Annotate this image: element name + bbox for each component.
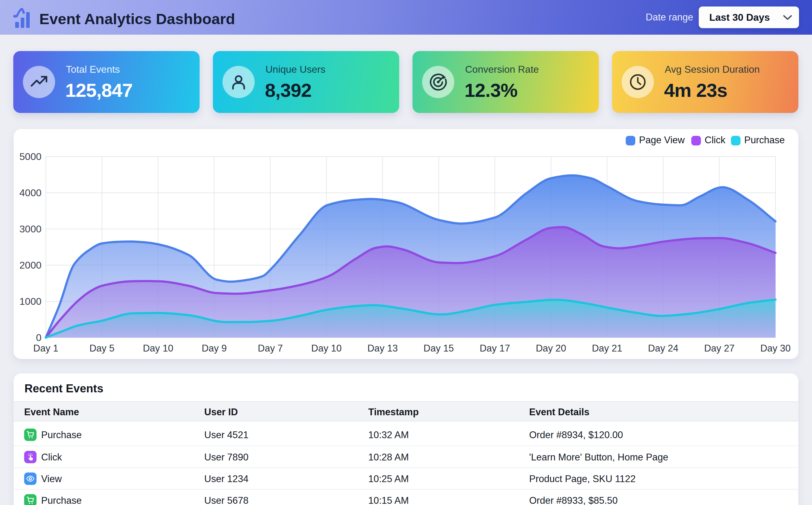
svg-text:5000: 5000 [19,151,41,162]
svg-text:Page View: Page View [639,135,685,145]
svg-text:Purchase: Purchase [744,135,785,145]
svg-text:Day 9: Day 9 [202,343,227,354]
svg-text:Day 5: Day 5 [90,343,115,354]
svg-text:Day 20: Day 20 [536,343,566,354]
svg-text:Day 7: Day 7 [258,343,283,354]
svg-text:4000: 4000 [19,187,41,198]
svg-text:Day 17: Day 17 [480,343,510,354]
svg-text:Day 21: Day 21 [592,343,622,354]
svg-text:Click: Click [705,135,726,145]
svg-text:Day 10: Day 10 [311,343,342,354]
svg-text:1000: 1000 [19,296,41,307]
svg-text:Day 24: Day 24 [648,343,678,354]
svg-text:Day 15: Day 15 [424,343,454,354]
svg-text:Day 27: Day 27 [704,343,734,354]
svg-text:Day 30: Day 30 [760,343,791,354]
svg-text:2000: 2000 [19,260,41,271]
svg-text:Day 13: Day 13 [367,343,397,354]
svg-text:Day 10: Day 10 [143,343,173,354]
svg-text:0: 0 [36,332,41,343]
svg-text:Day 1: Day 1 [33,343,58,354]
svg-text:3000: 3000 [19,223,41,234]
